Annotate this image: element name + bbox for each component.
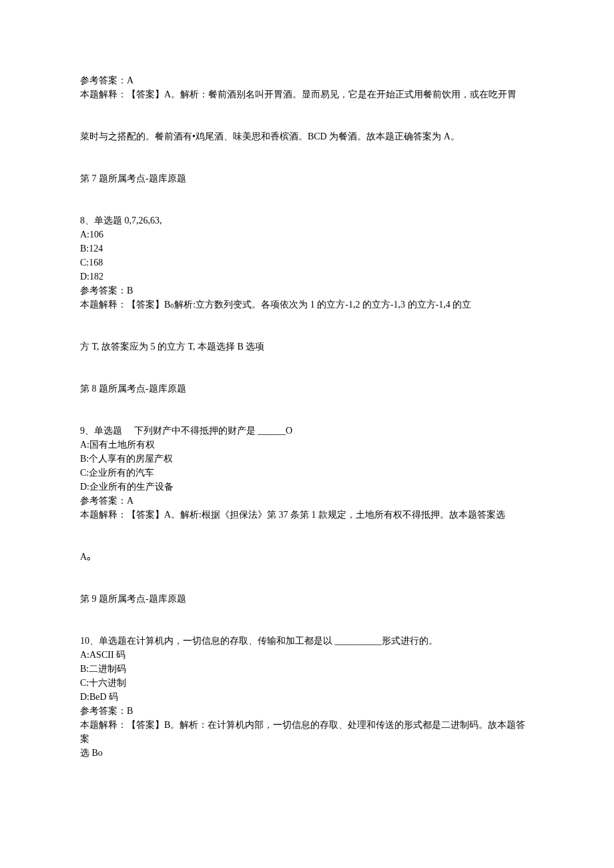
q8-title: 8、单选题 0,7,26,63, [80,213,534,228]
document-body: 参考答案：A 本题解释：【答案】A。解析：餐前酒别名叫开胃酒。显而易见，它是在开… [0,0,614,800]
q10-option-c: C:十六进制 [80,676,534,690]
q7-explanation-line2: 菜时与之搭配的。餐前酒有•鸡尾酒、味美思和香槟酒。BCD 为餐酒。故本题正确答案… [80,129,534,143]
q7-topic: 第 7 题所属考点-题库原题 [80,171,534,185]
q8-option-b: B:124 [80,242,534,256]
q9-option-c: C:企业所有的汽车 [80,466,534,480]
q10-option-d: D:BeD 码 [80,690,534,704]
q7-explanation-line1: 本题解释：【答案】A。解析：餐前酒别名叫开胃酒。显而易见，它是在开始正式用餐前饮… [80,87,534,101]
q8-explanation-line1: 本题解释：【答案】B₀解析:立方数列变式。各项依次为 1 的立方-1,2 的立方… [80,298,534,312]
q9-explanation-line1: 本题解释：【答案】A。解析:根据《担保法》第 37 条第 1 款规定，土地所有权… [80,508,534,522]
q7-answer-label: 参考答案：A [80,73,534,87]
q8-topic: 第 8 题所属考点-题库原题 [80,382,534,396]
q8-explanation-line2: 方 T, 故答案应为 5 的立方 T, 本题选择 B 选项 [80,340,534,354]
q10-answer-label: 参考答案：B [80,704,534,718]
q9-option-a: A:国有土地所有权 [80,438,534,452]
q8-option-c: C:168 [80,256,534,270]
q9-option-d: D:企业所有的生产设备 [80,480,534,494]
q8-option-a: A:106 [80,228,534,242]
q8-answer-label: 参考答案：B [80,284,534,298]
q10-option-a: A:ASCII 码 [80,648,534,662]
q9-option-b: B:个人享有的房屋产权 [80,452,534,466]
q8-option-d: D:182 [80,270,534,284]
q10-title: 10、单选题在计算机内，一切信息的存取、传输和加工都是以 __________形… [80,634,534,648]
q9-answer-label: 参考答案：A [80,494,534,508]
q9-topic: 第 9 题所属考点-题库原题 [80,592,534,606]
q10-explanation-line2: 选 Bo [80,746,534,760]
q10-explanation-line1: 本题解释：【答案】B。解析：在计算机内部，一切信息的存取、处理和传送的形式都是二… [80,718,534,746]
q9-explanation-line2: Aₒ [80,550,534,564]
q9-title: 9、单选题 下列财产中不得抵押的财产是 ______O [80,424,534,438]
q10-option-b: B:二进制码 [80,662,534,676]
